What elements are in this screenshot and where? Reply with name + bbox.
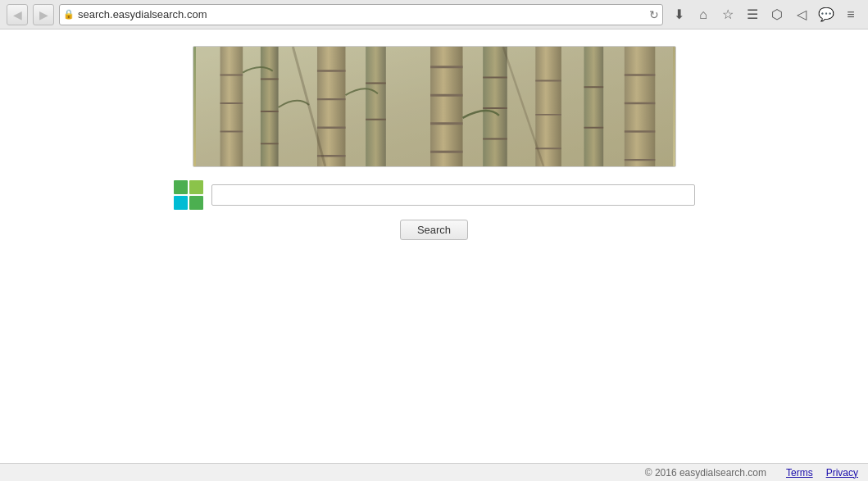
back-button[interactable]: ◀ [7, 4, 28, 25]
search-section [174, 180, 695, 210]
search-button-row: Search [400, 220, 468, 240]
svg-rect-39 [195, 47, 672, 166]
pocket-button[interactable]: ⬡ [766, 4, 788, 25]
back-icon: ◀ [13, 8, 22, 21]
home-button[interactable]: ⌂ [693, 4, 714, 25]
reload-button[interactable]: ↻ [649, 8, 659, 21]
download-button[interactable]: ⬇ [668, 4, 689, 25]
url-scheme-icon: 🔒 [63, 9, 75, 20]
forward-button[interactable]: ▶ [33, 4, 54, 25]
logo-quadrant-1 [174, 180, 188, 194]
logo-quadrant-4 [189, 196, 203, 210]
toolbar-icons: ⬇ ⌂ ☆ ☰ ⬡ ◁ 💬 ≡ [668, 4, 861, 25]
copyright-text: © 2016 easydialsearch.com [10, 467, 773, 479]
terms-link[interactable]: Terms [786, 467, 813, 479]
bookmarks-button[interactable]: ☆ [717, 4, 738, 25]
privacy-link[interactable]: Privacy [826, 467, 858, 479]
address-bar-input[interactable] [78, 8, 649, 20]
address-bar-container: 🔒 ↻ [59, 4, 663, 25]
footer: © 2016 easydialsearch.com Terms Privacy [0, 463, 868, 481]
search-input[interactable] [211, 184, 695, 206]
logo-quadrant-3 [174, 196, 188, 210]
reader-button[interactable]: ☰ [742, 4, 763, 25]
forward-icon: ▶ [39, 8, 48, 21]
page-content: Search [0, 29, 868, 463]
logo-quadrant-2 [189, 180, 203, 194]
menu-button[interactable]: ≡ [840, 4, 861, 25]
logo-icon [174, 180, 203, 210]
share-button[interactable]: ◁ [791, 4, 812, 25]
chat-button[interactable]: 💬 [816, 4, 837, 25]
banner-image [193, 46, 676, 167]
browser-chrome: ◀ ▶ 🔒 ↻ ⬇ ⌂ ☆ ☰ ⬡ ◁ 💬 ≡ [0, 0, 868, 29]
search-button[interactable]: Search [400, 220, 468, 240]
